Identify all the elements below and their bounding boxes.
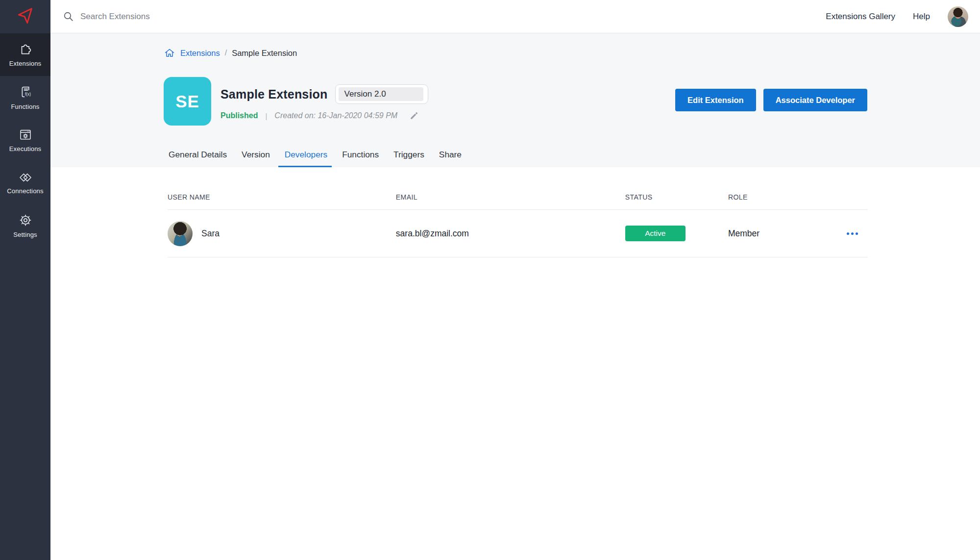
sidebar-item-label: Extensions [9, 60, 42, 67]
connections-diamonds-icon [18, 171, 33, 184]
extension-header: SE Sample Extension Version 2.0 Publishe… [164, 77, 867, 126]
row-actions-button[interactable] [846, 229, 859, 238]
home-icon[interactable] [164, 47, 175, 59]
extension-avatar: SE [164, 77, 211, 126]
app-logo-plane-icon [14, 4, 37, 29]
settings-gear-icon [18, 213, 33, 228]
table-row[interactable]: Sara sara.bl@zmail.com Active Member [168, 210, 868, 257]
tab-triggers[interactable]: Triggers [393, 150, 424, 167]
publish-status: Published [220, 111, 258, 120]
help-link[interactable]: Help [913, 12, 930, 22]
sidebar-item-connections[interactable]: Connections [0, 161, 50, 204]
tab-version[interactable]: Version [242, 150, 270, 167]
tab-bar: General Details Version Developers Funct… [169, 150, 462, 167]
breadcrumb-link-extensions[interactable]: Extensions [180, 49, 220, 58]
developer-name: Sara [201, 229, 220, 239]
sidebar-item-executions[interactable]: Executions [0, 119, 50, 161]
executions-window-icon [18, 128, 33, 142]
extension-info: Sample Extension Version 2.0 Published |… [220, 77, 428, 121]
tab-functions[interactable]: Functions [342, 150, 379, 167]
extension-header-band: Extensions / Sample Extension SE Sample … [50, 33, 980, 167]
svg-text:f(x): f(x) [25, 92, 31, 96]
dot-icon [851, 232, 854, 235]
table-header-row: USER NAME EMAIL STATUS ROLE [168, 193, 868, 210]
developer-role: Member [728, 229, 760, 239]
status-badge: Active [625, 226, 686, 241]
topbar-right: Extensions Gallery Help [826, 6, 968, 27]
developers-table: USER NAME EMAIL STATUS ROLE Sara sara.bl… [168, 193, 868, 257]
app-window: Extensions f(x) Functions [0, 0, 980, 560]
search-input[interactable] [80, 12, 355, 22]
app-logo[interactable] [0, 0, 50, 33]
sidebar-item-label: Settings [13, 231, 37, 238]
sidebar-item-label: Connections [7, 187, 43, 195]
extension-meta: Published | Created on: 16-Jan-2020 04:5… [220, 111, 428, 121]
created-on-text: Created on: 16-Jan-2020 04:59 PM [274, 111, 397, 120]
main-content: Extensions / Sample Extension SE Sample … [50, 33, 980, 560]
header-actions: Edit Extension Associate Developer [675, 77, 867, 111]
edit-extension-button[interactable]: Edit Extension [675, 89, 756, 111]
dot-icon [856, 232, 858, 235]
sidebar: Extensions f(x) Functions [0, 0, 50, 560]
user-avatar[interactable] [948, 6, 968, 27]
sidebar-nav: Extensions f(x) Functions [0, 33, 50, 247]
developer-avatar [168, 221, 193, 246]
sidebar-item-extensions[interactable]: Extensions [0, 33, 50, 76]
column-header-user-name: USER NAME [168, 193, 396, 201]
tab-developers[interactable]: Developers [285, 150, 327, 167]
topbar: Extensions Gallery Help [50, 0, 980, 33]
column-header-role: ROLE [728, 193, 868, 201]
sidebar-item-label: Functions [11, 103, 39, 110]
associate-developer-button[interactable]: Associate Developer [763, 89, 867, 111]
pencil-edit-icon[interactable] [409, 111, 419, 121]
meta-separator: | [265, 112, 267, 120]
extension-title: Sample Extension [220, 87, 328, 102]
sidebar-item-label: Executions [9, 145, 42, 153]
breadcrumb-current: Sample Extension [232, 49, 297, 58]
tab-share[interactable]: Share [439, 150, 462, 167]
functions-fx-icon: f(x) [18, 85, 33, 100]
column-header-status: STATUS [625, 193, 728, 201]
version-select-value: Version 2.0 [339, 87, 423, 101]
sidebar-item-functions[interactable]: f(x) Functions [0, 76, 50, 119]
puzzle-icon [18, 43, 33, 56]
search-icon [62, 10, 74, 23]
dot-icon [847, 232, 849, 235]
breadcrumb-separator: / [225, 49, 227, 57]
developers-panel: USER NAME EMAIL STATUS ROLE Sara sara.bl… [50, 193, 980, 257]
breadcrumb: Extensions / Sample Extension [164, 33, 867, 59]
tab-general-details[interactable]: General Details [169, 150, 227, 167]
version-select[interactable]: Version 2.0 [335, 84, 428, 104]
sidebar-item-settings[interactable]: Settings [0, 204, 50, 247]
developer-email: sara.bl@zmail.com [396, 229, 469, 238]
column-header-email: EMAIL [396, 193, 625, 201]
extensions-gallery-link[interactable]: Extensions Gallery [826, 12, 895, 22]
